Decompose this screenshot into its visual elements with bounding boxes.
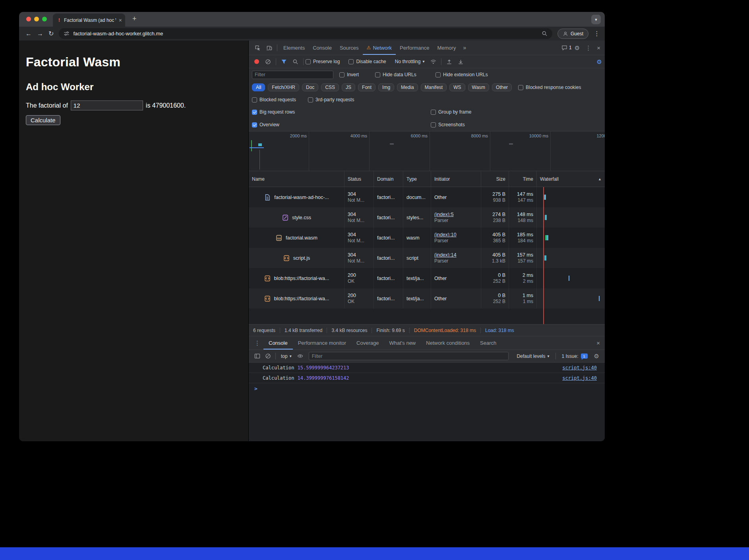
tab-search-button[interactable]: ▾ [591,15,601,24]
console-message[interactable]: Calculation 15.599999964237213 script.js… [249,363,605,373]
invert-checkbox[interactable] [339,72,345,77]
drawer-close-icon[interactable]: × [592,336,605,350]
column-header-time[interactable]: Time [509,171,537,187]
initiator-link[interactable]: (index):14 [434,252,478,258]
drawer-tab-performance-monitor[interactable]: Performance monitor [293,336,351,350]
big-request-rows-checkbox[interactable] [252,110,257,115]
browser-tab[interactable]: ! Factorial Wasm (ad hoc Work × [53,14,125,27]
network-request-row[interactable]: factorial-wasm-ad-hoc-... 304Not M... fa… [249,187,605,207]
column-header-initiator[interactable]: Initiator [431,171,481,187]
console-settings-gear-icon[interactable]: ⚙ [592,353,602,359]
devtools-close-icon[interactable]: × [594,45,603,51]
device-toolbar-icon[interactable] [263,45,275,51]
reload-icon[interactable]: ↻ [48,31,54,37]
calculate-button[interactable]: Calculate [26,115,60,125]
console-messages-bubble-icon[interactable] [559,45,570,51]
filter-chip-js[interactable]: JS [342,83,355,91]
hide-data-urls-checkbox[interactable] [375,72,380,77]
network-request-row[interactable]: WA factorial.wasm 304Not M... factori...… [249,228,605,248]
filter-chip-doc[interactable]: Doc [302,83,318,91]
url-bar[interactable]: factorial-wasm-ad-hoc-worker.glitch.me [59,28,552,39]
group-by-frame-checkbox[interactable] [431,110,436,115]
network-filter-input[interactable] [252,71,333,79]
network-request-row[interactable]: style.css 304Not M... factori... styles.… [249,207,605,228]
filter-chip-img[interactable]: Img [378,83,394,91]
back-icon[interactable]: ← [25,31,32,37]
record-network-log-button[interactable] [254,59,259,64]
browser-menu-kebab-icon[interactable]: ⋮ [594,31,600,37]
factorial-input[interactable] [71,100,143,110]
filter-chip-wasm[interactable]: Wasm [468,83,490,91]
tab-sources[interactable]: Sources [336,41,363,55]
clear-console-icon[interactable] [263,353,273,359]
third-party-requests-checkbox[interactable] [308,97,313,102]
import-har-icon[interactable] [443,59,455,65]
tab-network[interactable]: ⚠ Network [363,41,396,55]
filter-chip-other[interactable]: Other [492,83,512,91]
minimize-window-button[interactable] [34,17,39,21]
log-levels-select[interactable]: Default levels ▾ [514,353,552,359]
filter-chip-fetch-xhr[interactable]: Fetch/XHR [268,83,299,91]
column-header-status[interactable]: Status [345,171,374,187]
column-header-type[interactable]: Type [403,171,431,187]
drawer-menu-kebab-icon[interactable]: ⋮ [251,336,263,350]
disable-cache-checkbox[interactable] [348,59,354,64]
network-settings-gear-icon[interactable]: ⚙ [594,59,605,65]
forward-icon[interactable]: → [37,31,43,37]
network-request-row[interactable]: blob:https://factorial-wa... 200OK facto… [249,288,605,309]
throttling-select[interactable]: No throttling ▾ [395,59,425,64]
message-source-link[interactable]: script.js:40 [562,375,597,381]
drawer-tab-network-conditions[interactable]: Network conditions [421,336,475,350]
guest-profile-badge[interactable]: Guest [557,29,588,39]
filter-chip-media[interactable]: Media [397,83,418,91]
site-settings-tune-icon[interactable] [64,31,70,37]
zoom-search-icon[interactable] [542,31,548,37]
network-request-row[interactable]: blob:https://factorial-wa... 200OK facto… [249,268,605,288]
inspect-element-icon[interactable] [252,45,263,51]
preserve-log-checkbox[interactable] [306,59,311,64]
blocked-requests-checkbox[interactable] [252,97,257,102]
filter-chip-all[interactable]: All [252,83,265,91]
tab-close-icon[interactable]: × [119,17,122,23]
console-context-select[interactable]: top ▾ [278,353,295,359]
export-har-icon[interactable] [455,59,466,65]
tab-console[interactable]: Console [309,41,336,55]
network-request-row[interactable]: script.js 304Not M... factori... script … [249,248,605,268]
initiator-link[interactable]: (index):10 [434,232,478,238]
tab-memory[interactable]: Memory [433,41,460,55]
console-prompt[interactable]: > [249,383,605,394]
live-expression-eye-icon[interactable] [295,353,306,359]
console-message[interactable]: Calculation 14.399999976158142 script.js… [249,373,605,383]
devtools-settings-gear-icon[interactable]: ⚙ [572,45,583,51]
more-tabs-icon[interactable]: » [460,41,469,55]
filter-chip-css[interactable]: CSS [321,83,339,91]
filter-chip-font[interactable]: Font [358,83,375,91]
tab-elements[interactable]: Elements [279,41,309,55]
search-icon[interactable] [290,59,301,65]
drawer-tab-coverage[interactable]: Coverage [351,336,384,350]
issues-counter[interactable]: 1 Issue: 1 [559,353,590,359]
overview-checkbox[interactable] [252,122,257,127]
drawer-tab-console[interactable]: Console [263,336,293,350]
filter-chip-ws[interactable]: WS [449,83,465,91]
column-header-name[interactable]: Name [249,171,345,187]
close-window-button[interactable] [26,17,31,21]
column-header-domain[interactable]: Domain [374,171,403,187]
zoom-window-button[interactable] [42,17,47,21]
drawer-tab-whats-new[interactable]: What's new [384,336,421,350]
screenshots-checkbox[interactable] [431,122,436,127]
network-conditions-icon[interactable] [428,59,439,65]
drawer-tab-search[interactable]: Search [475,336,501,350]
network-overview-timeline[interactable]: 2000 ms 4000 ms 6000 ms 8000 ms 10000 ms… [249,131,605,171]
console-filter-input[interactable] [309,352,509,360]
column-header-size[interactable]: Size [481,171,509,187]
blocked-response-cookies-checkbox[interactable] [518,85,523,90]
initiator-link[interactable]: (index):5 [434,211,478,218]
filter-chip-manifest[interactable]: Manifest [421,83,447,91]
tab-performance[interactable]: Performance [396,41,433,55]
column-header-waterfall[interactable]: Waterfall ▲ [537,171,605,187]
new-tab-button[interactable]: + [132,15,137,22]
filter-funnel-icon[interactable] [278,59,290,65]
devtools-menu-kebab-icon[interactable]: ⋮ [583,45,594,51]
clear-network-log-icon[interactable] [262,59,274,65]
